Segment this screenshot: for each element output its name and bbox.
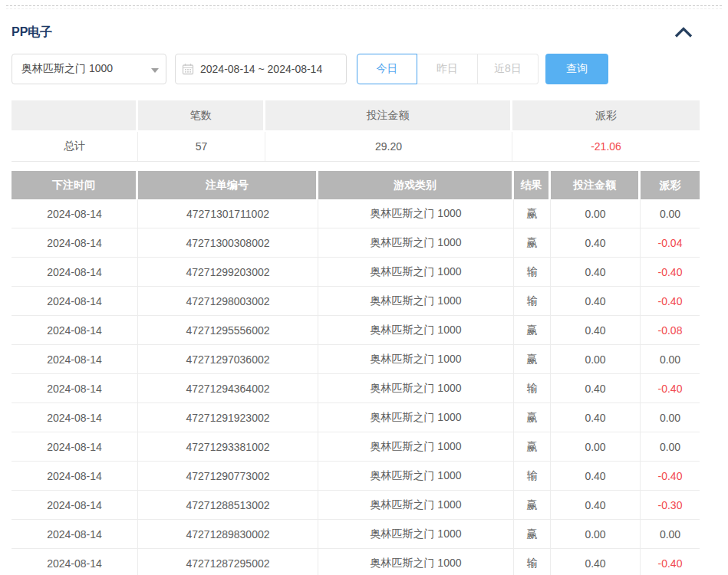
- section-title: PP电子: [12, 25, 52, 41]
- result-cell: 输: [514, 287, 551, 315]
- bet-amount-cell: 0.00: [551, 432, 641, 461]
- order-number-cell: 47271289830002: [138, 520, 318, 548]
- game-category-cell: 奥林匹斯之门 1000: [318, 316, 514, 344]
- col-header-game-category: 游戏类别: [318, 171, 514, 199]
- table-row: 2024-08-1447271293381002奥林匹斯之门 1000赢0.00…: [12, 432, 700, 462]
- game-category-cell: 奥林匹斯之门 1000: [318, 258, 514, 286]
- result-cell: 赢: [514, 228, 551, 257]
- table-row: 2024-08-1447271301711002奥林匹斯之门 1000赢0.00…: [12, 199, 700, 228]
- result-cell: 赢: [514, 345, 551, 373]
- table-row: 2024-08-1447271295556002奥林匹斯之门 1000赢0.40…: [12, 316, 700, 345]
- table-row: 2024-08-1447271298003002奥林匹斯之门 1000输0.40…: [12, 287, 700, 316]
- bet-time-cell: 2024-08-14: [12, 520, 138, 548]
- summary-header-bet-amount: 投注金额: [265, 100, 512, 130]
- summary-total-count: 57: [138, 132, 265, 161]
- bet-amount-cell: 0.40: [551, 316, 641, 344]
- payout-cell: -0.08: [641, 316, 700, 344]
- payout-cell: 0.00: [641, 403, 700, 432]
- game-category-cell: 奥林匹斯之门 1000: [318, 549, 514, 575]
- chevron-down-icon: [151, 68, 159, 73]
- payout-cell: -0.40: [641, 258, 700, 286]
- records-header-row: 下注时间 注单编号 游戏类别 结果 投注金额 派彩: [12, 171, 700, 199]
- summary-total-label: 总计: [12, 132, 138, 161]
- quick-date-buttons: 今日 昨日 近8日: [357, 54, 539, 84]
- game-select[interactable]: 奥林匹斯之门 1000: [12, 54, 166, 84]
- summary-header-empty: [12, 100, 138, 130]
- result-cell: 赢: [514, 491, 551, 519]
- bet-amount-cell: 0.40: [551, 374, 641, 402]
- table-row: 2024-08-1447271294364002奥林匹斯之门 1000输0.40…: [12, 374, 700, 403]
- table-row: 2024-08-1447271287295002奥林匹斯之门 1000输0.40…: [12, 549, 700, 575]
- table-row: 2024-08-1447271290773002奥林匹斯之门 1000输0.40…: [12, 462, 700, 491]
- table-row: 2024-08-1447271291923002奥林匹斯之门 1000赢0.40…: [12, 403, 700, 432]
- date-range-picker[interactable]: 2024-08-14 ~ 2024-08-14: [175, 54, 347, 84]
- yesterday-button[interactable]: 昨日: [417, 54, 478, 84]
- top-dashed-divider: [6, 5, 722, 6]
- bet-time-cell: 2024-08-14: [12, 403, 138, 432]
- result-cell: 赢: [514, 403, 551, 432]
- game-category-cell: 奥林匹斯之门 1000: [318, 491, 514, 519]
- payout-cell: -0.04: [641, 228, 700, 257]
- table-row: 2024-08-1447271288513002奥林匹斯之门 1000赢0.40…: [12, 491, 700, 520]
- order-number-cell: 47271299203002: [138, 258, 318, 286]
- bet-time-cell: 2024-08-14: [12, 491, 138, 519]
- col-header-bet-time: 下注时间: [12, 171, 138, 199]
- result-cell: 输: [514, 549, 551, 575]
- bet-time-cell: 2024-08-14: [12, 549, 138, 575]
- records-table: 下注时间 注单编号 游戏类别 结果 投注金额 派彩 2024-08-144727…: [12, 171, 700, 575]
- bet-amount-cell: 0.40: [551, 462, 641, 490]
- order-number-cell: 47271288513002: [138, 491, 318, 519]
- order-number-cell: 47271301711002: [138, 199, 318, 228]
- payout-cell: 0.00: [641, 520, 700, 548]
- bet-time-cell: 2024-08-14: [12, 228, 138, 257]
- last-8-days-button[interactable]: 近8日: [478, 54, 539, 84]
- game-category-cell: 奥林匹斯之门 1000: [318, 403, 514, 432]
- game-category-cell: 奥林匹斯之门 1000: [318, 228, 514, 257]
- table-row: 2024-08-1447271297036002奥林匹斯之门 1000赢0.00…: [12, 345, 700, 374]
- game-category-cell: 奥林匹斯之门 1000: [318, 432, 514, 461]
- game-category-cell: 奥林匹斯之门 1000: [318, 462, 514, 490]
- filter-bar: 奥林匹斯之门 1000 2024-08-14 ~ 2024-08-14 今日 昨…: [12, 54, 608, 84]
- date-range-value: 2024-08-14 ~ 2024-08-14: [200, 63, 322, 75]
- search-button[interactable]: 查询: [545, 54, 608, 84]
- bet-time-cell: 2024-08-14: [12, 462, 138, 490]
- order-number-cell: 47271291923002: [138, 403, 318, 432]
- bet-time-cell: 2024-08-14: [12, 374, 138, 402]
- summary-total-bet-amount: 29.20: [265, 132, 512, 161]
- payout-cell: -0.40: [641, 462, 700, 490]
- payout-cell: 0.00: [641, 199, 700, 228]
- game-category-cell: 奥林匹斯之门 1000: [318, 374, 514, 402]
- col-header-order-number: 注单编号: [138, 171, 318, 199]
- result-cell: 输: [514, 258, 551, 286]
- table-row: 2024-08-1447271299203002奥林匹斯之门 1000输0.40…: [12, 258, 700, 287]
- result-cell: 赢: [514, 432, 551, 461]
- game-select-value: 奥林匹斯之门 1000: [21, 62, 113, 76]
- table-row: 2024-08-1447271300308002奥林匹斯之门 1000赢0.40…: [12, 228, 700, 258]
- summary-table: 笔数 投注金额 派彩 总计 57 29.20 -21.06: [12, 100, 700, 162]
- summary-total-row: 总计 57 29.20 -21.06: [12, 132, 700, 162]
- payout-cell: -0.40: [641, 287, 700, 315]
- chevron-up-icon[interactable]: [674, 27, 693, 38]
- game-category-cell: 奥林匹斯之门 1000: [318, 345, 514, 373]
- result-cell: 赢: [514, 199, 551, 228]
- result-cell: 输: [514, 374, 551, 402]
- col-header-payout: 派彩: [641, 171, 700, 199]
- betting-records-page: PP电子 奥林匹斯之门 1000 2024-08-14 ~ 2024-08-14…: [0, 0, 728, 575]
- order-number-cell: 47271298003002: [138, 287, 318, 315]
- order-number-cell: 47271295556002: [138, 316, 318, 344]
- order-number-cell: 47271300308002: [138, 228, 318, 257]
- game-category-cell: 奥林匹斯之门 1000: [318, 287, 514, 315]
- order-number-cell: 47271294364002: [138, 374, 318, 402]
- payout-cell: 0.00: [641, 345, 700, 373]
- order-number-cell: 47271297036002: [138, 345, 318, 373]
- bet-amount-cell: 0.40: [551, 258, 641, 286]
- summary-header-count: 笔数: [138, 100, 265, 130]
- bet-time-cell: 2024-08-14: [12, 258, 138, 286]
- calendar-icon: [182, 63, 194, 75]
- bet-amount-cell: 0.00: [551, 345, 641, 373]
- bet-time-cell: 2024-08-14: [12, 287, 138, 315]
- today-button[interactable]: 今日: [357, 54, 417, 84]
- payout-cell: -0.40: [641, 374, 700, 402]
- top-dashed-divider-2: [6, 8, 722, 9]
- bet-amount-cell: 0.00: [551, 520, 641, 548]
